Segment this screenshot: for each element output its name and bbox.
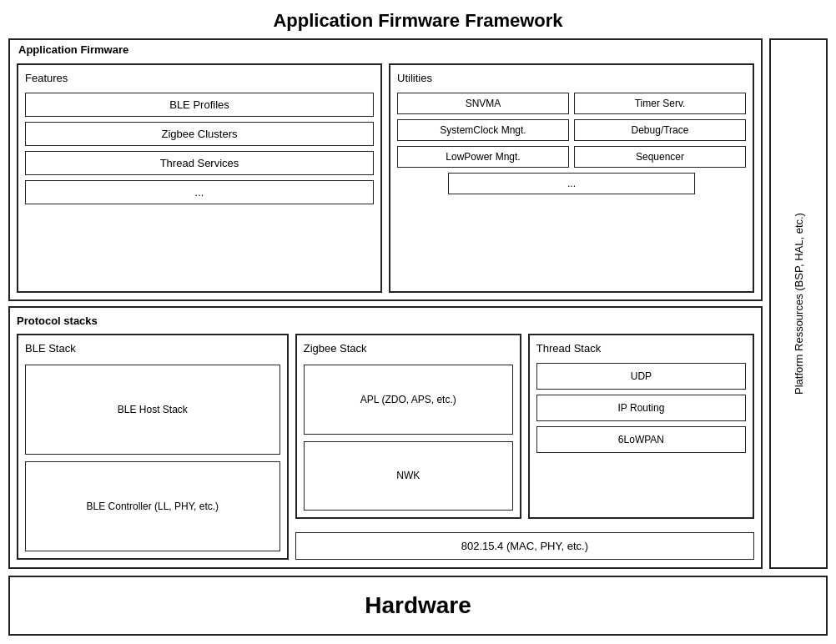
zigbee-clusters-item: Zigbee Clusters — [25, 122, 374, 146]
mac-bar: 802.15.4 (MAC, PHY, etc.) — [295, 532, 754, 560]
udp-item: UDP — [536, 363, 746, 390]
thread-stack-label: Thread Stack — [536, 342, 746, 355]
sysclock-item: SystemClock Mngt. — [397, 119, 569, 141]
thread-stack-inner: UDP IP Routing 6LoWPAN — [536, 363, 746, 511]
main-title: Application Firmware Framework — [0, 0, 836, 38]
features-box: Features BLE Profiles Zigbee Clusters Th… — [17, 63, 382, 293]
util-row-1: SNVMA Timer Serv. — [397, 93, 746, 114]
zigbee-stack-box: Zigbee Stack APL (ZDO, APS, etc.) NWK — [295, 334, 521, 519]
hardware-label: Hardware — [365, 592, 471, 618]
hardware-section: Hardware — [8, 576, 828, 636]
debug-trace-item: Debug/Trace — [574, 119, 746, 141]
zigbee-thread-row: Zigbee Stack APL (ZDO, APS, etc.) NWK Th… — [295, 334, 754, 519]
platform-label: Platform Ressources (BSP, HAL, etc.) — [793, 213, 805, 395]
protocol-stacks-label: Protocol stacks — [17, 314, 754, 327]
app-firmware-box: Application Firmware Features BLE Profil… — [8, 38, 763, 301]
protocol-stacks-box: Protocol stacks BLE Stack BLE Host Stack… — [8, 306, 763, 569]
6lowpan-item: 6LoWPAN — [536, 426, 746, 453]
sequencer-item: Sequencer — [574, 146, 746, 168]
app-firmware-label: Application Firmware — [17, 43, 130, 56]
ble-host-stack-item: BLE Host Stack — [25, 365, 280, 455]
util-more-item: ... — [448, 173, 696, 194]
thread-services-item: Thread Services — [25, 151, 374, 175]
main-wrapper: Application Firmware Framework Applicati… — [0, 0, 836, 644]
right-stacks-col: Zigbee Stack APL (ZDO, APS, etc.) NWK Th… — [295, 334, 754, 560]
util-row-4: ... — [397, 173, 746, 194]
ble-profiles-item: BLE Profiles — [25, 93, 374, 117]
features-label: Features — [25, 72, 374, 84]
middle-section: Application Firmware Features BLE Profil… — [0, 38, 836, 569]
ble-stack-label: BLE Stack — [25, 342, 280, 355]
util-row-3: LowPower Mngt. Sequencer — [397, 146, 746, 168]
app-firmware-inner: Features BLE Profiles Zigbee Clusters Th… — [17, 63, 754, 293]
platform-resources-box: Platform Ressources (BSP, HAL, etc.) — [769, 38, 828, 569]
stacks-inner: BLE Stack BLE Host Stack BLE Controller … — [17, 334, 754, 560]
timer-serv-item: Timer Serv. — [574, 93, 746, 114]
features-more-item: ... — [25, 180, 374, 204]
left-main: Application Firmware Features BLE Profil… — [8, 38, 763, 569]
ble-controller-item: BLE Controller (LL, PHY, etc.) — [25, 461, 280, 551]
zigbee-nwk-item: NWK — [304, 441, 513, 511]
zigbee-stack-label: Zigbee Stack — [304, 342, 513, 355]
lowpower-item: LowPower Mngt. — [397, 146, 569, 168]
utilities-label: Utilities — [397, 72, 746, 84]
ip-routing-item: IP Routing — [536, 395, 746, 421]
snvma-item: SNVMA — [397, 93, 569, 114]
thread-stack-box: Thread Stack UDP IP Routing 6LoWPAN — [528, 334, 754, 519]
ble-stack-box: BLE Stack BLE Host Stack BLE Controller … — [17, 334, 289, 560]
utilities-box: Utilities SNVMA Timer Serv. SystemClock … — [389, 63, 754, 293]
util-row-2: SystemClock Mngt. Debug/Trace — [397, 119, 746, 141]
zigbee-apl-item: APL (ZDO, APS, etc.) — [304, 365, 513, 435]
